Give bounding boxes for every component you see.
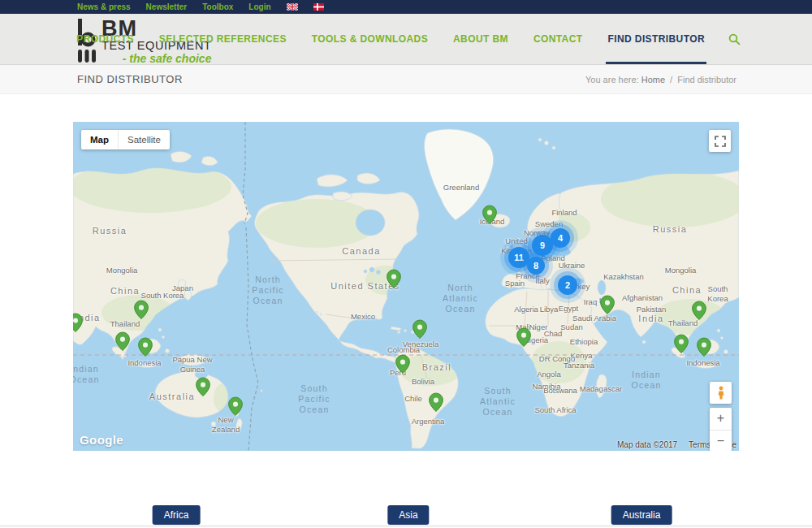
map-pin[interactable] [115,331,131,352]
nav-item-tools-downloads[interactable]: TOOLS & DOWNLOADS [310,14,430,64]
fullscreen-icon [715,136,726,147]
map-label: Algeria [514,305,538,314]
map-pin[interactable] [228,396,244,417]
zoom-out-button[interactable]: − [710,431,732,452]
nav-item-find-distributor[interactable]: FIND DISTRIBUTOR [606,14,706,64]
map-label: Brazil [422,362,452,374]
map-pin[interactable] [138,337,153,357]
map-label: Madagascar [580,384,622,394]
pegman-icon [716,386,726,400]
map-label: Spain [505,279,525,288]
main-nav: PRODUCTS SELECTED REFERENCES TOOLS & DOW… [75,14,741,64]
marker-cluster[interactable]: 2 [558,275,577,295]
green-marker-icon [387,269,402,289]
map-label: Australia [149,392,195,403]
page: News & press Newsletter Toolbox Login BM… [0,0,812,528]
map-label: South Korea [707,284,728,304]
map-pin[interactable] [134,300,149,320]
map-label: Sudan [560,322,582,332]
nav-item-selected-references[interactable]: SELECTED REFERENCES [158,14,288,64]
region-button-africa[interactable]: Africa [153,505,201,525]
region-button-asia[interactable]: Asia [387,505,429,525]
map-pin[interactable] [387,269,402,289]
map-pin[interactable] [395,354,411,374]
map-label: Bolivia [412,377,434,387]
map-pin[interactable] [482,205,498,225]
denmark-flag-icon[interactable] [313,3,325,11]
uk-flag-icon[interactable] [287,3,298,11]
map-label: Indonesia [127,358,161,368]
green-marker-icon [697,337,712,357]
map-data-copyright: Map data ©2017 [617,440,677,449]
nav-item-contact[interactable]: CONTACT [532,14,585,64]
map-label: Finland [551,208,577,218]
map-label: China [110,286,140,297]
breadcrumb-home-link[interactable]: Home [641,75,665,84]
map-label: South Atlantic Ocean [480,386,516,418]
green-marker-icon [228,396,244,417]
map-pin[interactable] [697,337,712,357]
map-label: Ukraine [559,261,585,270]
topbar-link-news-press[interactable]: News & press [77,2,131,11]
topbar: News & press Newsletter Toolbox Login [0,0,812,14]
map-pin[interactable] [196,377,211,397]
map-label: Japan [172,283,193,293]
zoom-control: + − [710,408,732,451]
map-type-map-button[interactable]: Map [81,130,118,149]
map-type-satellite-button[interactable]: Satellite [118,130,170,149]
marker-cluster[interactable]: 4 [551,228,570,248]
map-pin[interactable] [516,327,532,348]
map-pin[interactable] [600,295,615,315]
map-pin[interactable] [429,392,444,413]
zoom-in-button[interactable]: + [710,408,732,431]
breadcrumb-current: Find distributor [677,75,736,84]
breadcrumb-bar: FIND DISTRIBUTOR You are here: Home / Fi… [0,65,812,94]
nav-item-products[interactable]: PRODUCTS [75,14,136,64]
green-marker-icon [395,354,411,374]
topbar-link-toolbox[interactable]: Toolbox [202,2,233,11]
topbar-link-newsletter[interactable]: Newsletter [146,2,188,11]
fullscreen-button[interactable] [709,130,731,152]
map-pin[interactable] [73,313,84,333]
map-label: Afghanistan [622,293,663,303]
map-label: South Pacific Ocean [298,383,330,415]
search-icon[interactable] [728,14,741,64]
pegman-control[interactable] [710,382,732,404]
google-map[interactable]: RussiaMongoliaChinaJapanSouth KoreaIndia… [73,122,739,451]
map-label: Mongolia [106,266,138,275]
map-label: Kazakhstan [603,272,644,282]
map-label: Namibia [533,382,561,392]
nav-item-about-bm[interactable]: ABOUT BM [451,14,510,64]
map-label: Mexico [351,312,375,322]
green-marker-icon [674,334,689,354]
green-marker-icon [134,300,149,320]
region-button-australia[interactable]: Australia [611,505,672,525]
map-label: Italy [535,276,549,286]
map-label: North Atlantic Ocean [443,283,478,314]
map-label: Iraq [584,297,597,307]
map-label: Greenland [443,183,479,193]
map-label: Pakistan [637,305,666,314]
map-label: Indonesia [686,358,719,368]
map-label: Mongolia [665,266,697,275]
map-label: China [672,285,702,296]
map-label: India [638,314,663,325]
map-pin[interactable] [692,301,707,321]
green-marker-icon [412,319,428,340]
map-label: Argentina [412,417,445,426]
map-label: North Pacific Ocean [252,275,283,306]
breadcrumb-prefix: You are here: [585,75,639,84]
map-label: Papua New Guinea [172,355,212,374]
marker-cluster[interactable]: 8 [527,257,545,275]
breadcrumb-separator: / [670,75,672,84]
map-label: Indian Ocean [632,370,662,391]
topbar-link-login[interactable]: Login [248,2,270,11]
map-label: Egypt [559,304,578,314]
map-label: Ethiopia [570,337,598,347]
map-label: DR Congo [539,354,575,364]
map-pin[interactable] [674,334,689,354]
section-divider [0,526,812,526]
header: BM TEST EQUIPMENT - the safe choice PROD… [0,14,812,65]
map-pin[interactable] [412,319,428,340]
google-logo[interactable]: Google [80,433,123,447]
